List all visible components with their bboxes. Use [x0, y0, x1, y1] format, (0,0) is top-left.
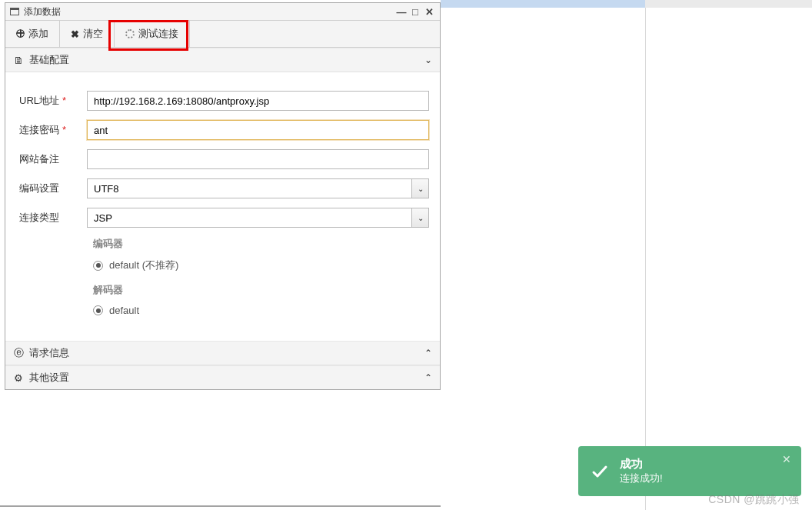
password-input[interactable] — [87, 120, 429, 140]
dialog-title: 添加数据 — [24, 5, 61, 18]
section-other-settings[interactable]: ⚙ 其他设置 ⌃ — [5, 365, 440, 389]
dialog-title-bar[interactable]: 添加数据 — □ ✕ — [5, 3, 440, 20]
chevron-up-icon: ⌃ — [424, 372, 432, 383]
clear-button-label: 清空 — [83, 27, 103, 41]
password-label: 连接密码* — [19, 123, 87, 137]
conntype-select[interactable] — [87, 208, 429, 228]
decoder-default-radio[interactable]: default — [93, 305, 429, 316]
radio-icon — [93, 261, 103, 271]
toast-message: 连接成功! — [620, 472, 663, 485]
toast-title: 成功 — [620, 457, 663, 472]
maximize-button[interactable]: □ — [409, 6, 421, 18]
add-button-label: 添加 — [28, 27, 48, 41]
add-button[interactable]: 添加 — [5, 21, 60, 47]
section-basic-config[interactable]: 🗎 基础配置 ⌄ — [5, 48, 440, 72]
section-request-label: 请求信息 — [29, 346, 424, 360]
minimize-button[interactable]: — — [395, 6, 408, 18]
window-icon — [10, 8, 19, 15]
check-icon — [591, 462, 609, 481]
decoder-default-label: default — [109, 305, 139, 316]
close-button[interactable]: ✕ — [423, 6, 435, 18]
plus-circle-icon — [16, 28, 25, 40]
note-label: 网站备注 — [19, 152, 87, 166]
url-label: URL地址* — [19, 94, 87, 108]
success-toast: 成功 连接成功! ✕ — [578, 446, 801, 496]
url-input[interactable] — [87, 91, 429, 111]
decoder-subtitle: 解码器 — [93, 283, 429, 297]
spinner-icon — [125, 29, 135, 38]
encoding-select[interactable] — [87, 178, 429, 198]
encoding-label: 编码设置 — [19, 182, 87, 195]
basic-config-body: URL地址* 连接密码* 网站备注 编码设置 ⌄ 连接类型 ⌄ 编码器 — [5, 72, 440, 341]
x-icon: ✖ — [71, 28, 79, 40]
encoder-subtitle: 编码器 — [93, 237, 429, 251]
document-icon: 🗎 — [13, 55, 24, 66]
encoder-default-label: default (不推荐) — [109, 258, 178, 272]
test-connection-label: 测试连接 — [138, 27, 178, 41]
add-data-dialog: 添加数据 — □ ✕ 添加 ✖ 清空 测试连接 🗎 基础配置 ⌄ URL地址* — [5, 2, 441, 390]
conntype-label: 连接类型 — [19, 211, 87, 225]
test-connection-button[interactable]: 测试连接 — [115, 21, 190, 47]
globe-icon: ⓔ — [13, 346, 24, 360]
chevron-up-icon: ⌃ — [424, 348, 432, 358]
clear-button[interactable]: ✖ 清空 — [60, 21, 115, 47]
section-basic-label: 基础配置 — [29, 53, 424, 67]
note-input[interactable] — [87, 149, 429, 169]
radio-icon — [93, 305, 103, 315]
toolbar: 添加 ✖ 清空 测试连接 — [5, 20, 440, 48]
section-other-label: 其他设置 — [29, 371, 424, 385]
section-request-info[interactable]: ⓔ 请求信息 ⌃ — [5, 341, 440, 365]
toast-close-button[interactable]: ✕ — [780, 452, 794, 466]
encoder-default-radio[interactable]: default (不推荐) — [93, 258, 429, 272]
chevron-down-icon: ⌄ — [424, 55, 432, 65]
gear-icon: ⚙ — [13, 372, 24, 384]
